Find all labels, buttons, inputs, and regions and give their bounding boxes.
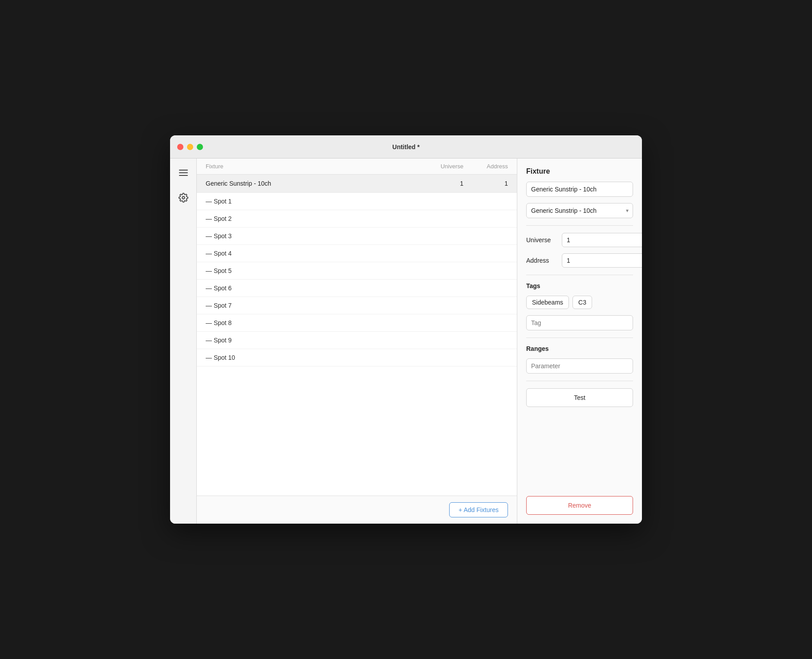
universe-column-header: Universe — [419, 163, 463, 170]
address-label: Address — [526, 257, 557, 264]
main-content: Fixture Universe Address Generic Sunstri… — [170, 159, 642, 524]
fixture-row-universe: 1 — [419, 180, 463, 187]
ranges-label: Ranges — [526, 345, 633, 352]
close-button[interactable] — [177, 144, 183, 150]
divider — [526, 225, 633, 226]
spot-name: — Spot 7 — [206, 302, 231, 309]
list-item[interactable]: — Spot 3 — [197, 228, 517, 245]
fixture-row[interactable]: Generic Sunstrip - 10ch 1 1 — [197, 175, 517, 193]
spot-name: — Spot 4 — [206, 250, 231, 257]
minimize-button[interactable] — [187, 144, 193, 150]
maximize-button[interactable] — [197, 144, 203, 150]
fixture-row-name: Generic Sunstrip - 10ch — [206, 180, 419, 187]
traffic-lights — [177, 144, 203, 150]
fixture-type-select[interactable]: Generic Sunstrip - 10ch — [526, 203, 633, 218]
detail-section-title: Fixture — [526, 167, 633, 175]
spot-name: — Spot 10 — [206, 354, 235, 361]
list-item[interactable]: — Spot 4 — [197, 245, 517, 262]
gear-svg — [179, 193, 188, 203]
spot-name: — Spot 1 — [206, 198, 231, 205]
fixture-row-address: 1 — [463, 180, 508, 187]
spot-name: — Spot 6 — [206, 285, 231, 292]
list-footer: + Add Fixtures — [197, 496, 517, 524]
test-button[interactable]: Test — [526, 388, 633, 407]
svg-point-0 — [182, 196, 185, 199]
list-item[interactable]: — Spot 9 — [197, 332, 517, 349]
spot-name: — Spot 5 — [206, 267, 231, 274]
settings-icon[interactable] — [175, 190, 191, 206]
tag-input[interactable] — [526, 315, 633, 330]
list-item[interactable]: — Spot 7 — [197, 297, 517, 314]
list-header: Fixture Universe Address — [197, 159, 517, 175]
address-input[interactable] — [562, 253, 642, 268]
remove-button[interactable]: Remove — [526, 496, 633, 515]
fixture-type-wrapper: Generic Sunstrip - 10ch ▾ — [526, 203, 633, 218]
spot-name: — Spot 3 — [206, 232, 231, 240]
window-title: Untitled * — [392, 143, 419, 151]
spot-name: — Spot 8 — [206, 319, 231, 326]
universe-label: Universe — [526, 236, 557, 244]
universe-field-row: Universe — [526, 233, 633, 247]
tag-chip-c3[interactable]: C3 — [572, 296, 592, 309]
list-item[interactable]: — Spot 10 — [197, 349, 517, 366]
list-item[interactable]: — Spot 5 — [197, 262, 517, 280]
tag-chip-sidebeams[interactable]: Sidebeams — [526, 296, 569, 309]
hamburger-lines — [179, 170, 188, 176]
divider — [526, 275, 633, 275]
address-column-header: Address — [463, 163, 508, 170]
titlebar: Untitled * — [170, 135, 642, 159]
list-item[interactable]: — Spot 6 — [197, 280, 517, 297]
spot-name: — Spot 2 — [206, 215, 231, 222]
parameter-input[interactable] — [526, 358, 633, 374]
spot-name: — Spot 9 — [206, 337, 231, 344]
detail-panel: Fixture Generic Sunstrip - 10ch ▾ Univer… — [517, 159, 642, 524]
divider — [526, 338, 633, 338]
tags-row: Sidebeams C3 — [526, 296, 633, 309]
divider — [526, 381, 633, 381]
list-item[interactable]: — Spot 8 — [197, 314, 517, 332]
fixture-list-panel: Fixture Universe Address Generic Sunstri… — [197, 159, 517, 524]
sidebar — [170, 159, 197, 524]
universe-input[interactable] — [562, 233, 642, 247]
add-fixtures-button[interactable]: + Add Fixtures — [449, 502, 508, 517]
fixture-name-input[interactable] — [526, 182, 633, 197]
fixture-column-header: Fixture — [206, 163, 419, 170]
app-window: Untitled * Fixture — [170, 135, 642, 524]
list-item[interactable]: — Spot 1 — [197, 193, 517, 210]
address-field-row: Address — [526, 253, 633, 268]
menu-icon[interactable] — [175, 165, 191, 181]
list-item[interactable]: — Spot 2 — [197, 210, 517, 228]
tags-label: Tags — [526, 282, 633, 289]
